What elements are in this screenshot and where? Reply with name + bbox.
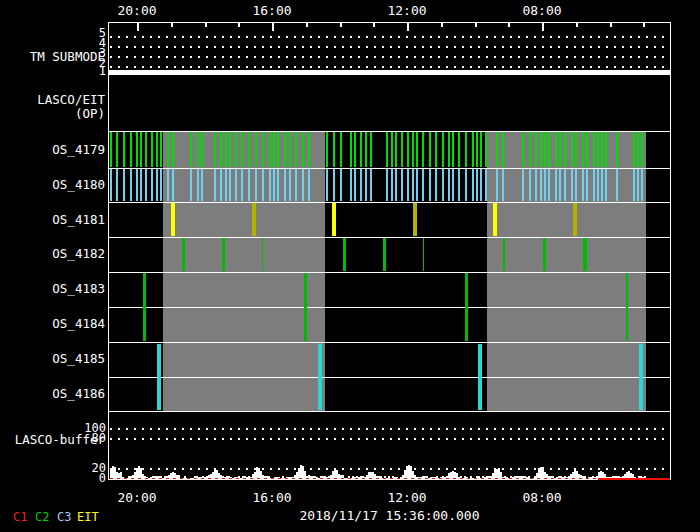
tm-submode-gridline xyxy=(110,46,669,48)
event-marker-OS_4182 xyxy=(343,238,346,271)
top-axis-label: 20:00 xyxy=(107,4,167,17)
buffer-red-trace-dashed xyxy=(110,478,598,479)
event-marker-OS_4183/OS_4184 xyxy=(143,273,146,341)
bottom-axis-label: 16:00 xyxy=(242,491,302,504)
buffer-gridline xyxy=(110,438,668,440)
event-marker-OS_4185/OS_4186 xyxy=(318,344,322,410)
row-label: OS_4180 xyxy=(0,178,105,192)
row-label: TM SUBMODE xyxy=(0,50,105,64)
legend-item-C3: C3 xyxy=(57,510,71,524)
buffer-gridline xyxy=(110,428,668,430)
row-label: OS_4184 xyxy=(0,317,105,331)
top-axis-minor-tick xyxy=(373,22,375,27)
event-marker-OS_4181 xyxy=(171,203,175,236)
top-axis-minor-tick xyxy=(171,22,173,27)
top-axis-minor-tick xyxy=(643,22,645,27)
tm-submode-value-bar xyxy=(108,70,671,75)
event-marker-OS_4181 xyxy=(413,203,417,236)
top-axis-label: 08:00 xyxy=(512,4,572,17)
event-marker-OS_4182 xyxy=(383,238,386,271)
event-marker-OS_4181 xyxy=(252,203,256,236)
legend-item-EIT: EIT xyxy=(77,510,99,524)
tm-submode-ytick: 1 xyxy=(0,65,106,77)
row-label: OS_4183 xyxy=(0,282,105,296)
panel-divider xyxy=(108,377,671,378)
top-axis-minor-tick xyxy=(306,22,308,27)
event-marker-OS_4183/OS_4184 xyxy=(465,273,468,341)
event-marker-OS_4182 xyxy=(222,238,225,271)
row-label: OS_4179 xyxy=(0,143,105,157)
top-axis-major-tick xyxy=(272,22,274,31)
event-marker-OS_4182 xyxy=(182,238,185,271)
panel-divider xyxy=(108,272,671,273)
top-axis-minor-tick xyxy=(205,22,207,27)
event-marker-OS_4181 xyxy=(332,203,336,236)
event-marker-OS_4182 xyxy=(503,238,505,271)
event-marker-OS_4182 xyxy=(262,238,263,271)
bottom-axis-label: 20:00 xyxy=(107,491,167,504)
row-label: LASCO/EIT (OP) xyxy=(0,93,105,121)
tm-submode-gridline xyxy=(110,36,669,38)
panel-divider xyxy=(108,202,671,203)
row-label: OS_4181 xyxy=(0,213,105,227)
top-axis-major-tick xyxy=(542,22,544,31)
legend-item-C2: C2 xyxy=(35,510,49,524)
buffer-ytick-zero: 0 xyxy=(0,472,106,484)
event-marker-OS_4181 xyxy=(493,203,497,236)
row-label: OS_4186 xyxy=(0,387,105,401)
panel-divider xyxy=(108,168,671,169)
event-marker-OS_4182 xyxy=(583,238,587,271)
event-marker-OS_4183/OS_4184 xyxy=(626,273,628,341)
top-axis-minor-tick xyxy=(610,22,612,27)
top-axis-minor-tick xyxy=(340,22,342,27)
timestamp-label: 2018/11/17 15:36:00.000 xyxy=(108,508,671,523)
top-axis-label: 16:00 xyxy=(242,4,302,17)
panel-divider xyxy=(108,411,671,412)
bottom-axis-label: 08:00 xyxy=(512,491,572,504)
event-marker-OS_4183/OS_4184 xyxy=(304,273,307,341)
tm-submode-gridline xyxy=(110,56,669,58)
plot-canvas: 2018/11/17 15:36:00.000 5432120:0020:001… xyxy=(0,0,700,532)
top-axis-major-tick xyxy=(407,22,409,31)
event-marker-OS_4185/OS_4186 xyxy=(639,344,643,410)
buffer-ytick: 80 xyxy=(0,432,106,444)
buffer-red-trace-solid xyxy=(598,478,670,480)
tm-submode-gridline xyxy=(110,66,669,68)
top-axis-minor-tick xyxy=(576,22,578,27)
top-axis-minor-tick xyxy=(441,22,443,27)
event-marker-OS_4182 xyxy=(423,238,424,271)
panel-divider xyxy=(108,342,671,343)
top-axis-minor-tick xyxy=(238,22,240,27)
panel-divider xyxy=(108,131,671,132)
panel-divider xyxy=(108,307,671,308)
top-axis-label: 12:00 xyxy=(377,4,437,17)
legend-item-C1: C1 xyxy=(13,510,27,524)
row-label: OS_4185 xyxy=(0,352,105,366)
top-axis-major-tick xyxy=(137,22,139,31)
event-marker-OS_4182 xyxy=(543,238,546,271)
event-marker-OS_4181 xyxy=(573,203,577,236)
top-axis-minor-tick xyxy=(475,22,477,27)
bottom-axis-label: 12:00 xyxy=(377,491,437,504)
row-label: OS_4182 xyxy=(0,247,105,261)
event-marker-OS_4185/OS_4186 xyxy=(478,344,482,410)
top-axis-minor-tick xyxy=(508,22,510,27)
event-marker-OS_4185/OS_4186 xyxy=(157,344,161,410)
buffer-gridline xyxy=(110,468,668,470)
